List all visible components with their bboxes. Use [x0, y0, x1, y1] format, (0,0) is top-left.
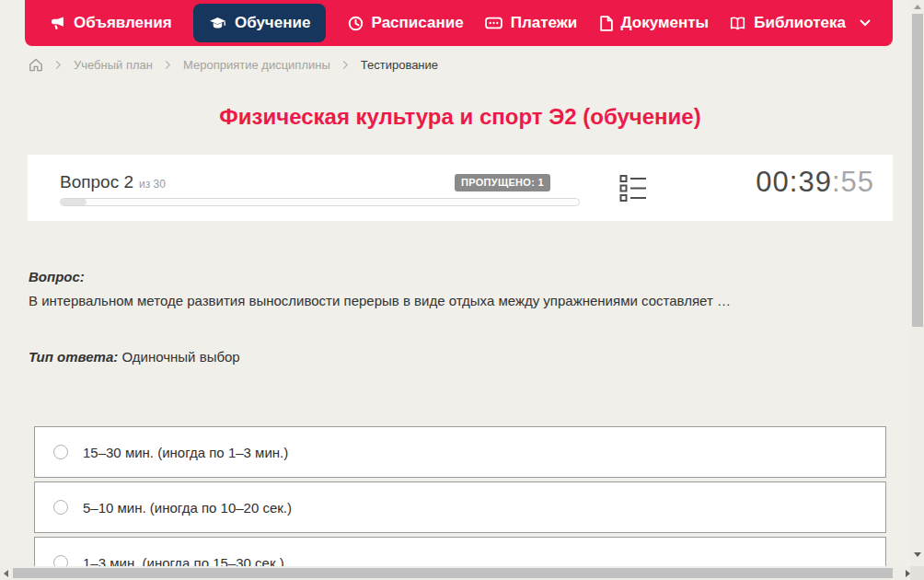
book-icon — [730, 17, 745, 30]
nav-item-announcements[interactable]: Объявления — [50, 14, 172, 32]
nav-item-schedule[interactable]: Расписание — [348, 14, 464, 32]
nav-item-label: Библиотека — [754, 14, 846, 32]
question-list-icon[interactable] — [619, 174, 647, 203]
home-icon[interactable] — [29, 58, 43, 72]
chevron-down-icon — [860, 19, 871, 27]
answer-option-label: 5–10 мин. (иногда по 10–20 сек.) — [83, 500, 292, 516]
horizontal-scrollbar-thumb[interactable] — [13, 568, 893, 578]
page-title: Физическая культура и спорт Э2 (обучение… — [0, 104, 920, 130]
graduation-cap-icon — [209, 17, 226, 30]
vertical-scrollbar-thumb[interactable] — [912, 14, 923, 327]
megaphone-icon — [50, 16, 65, 31]
breadcrumb-link-discipline-event[interactable]: Мероприятие дисциплины — [183, 58, 330, 72]
nav-item-label: Объявления — [74, 14, 172, 32]
radio-button[interactable] — [53, 500, 68, 515]
scroll-up-arrow-icon[interactable] — [914, 5, 921, 9]
answer-option-1[interactable]: 15–30 мин. (иногда по 1–3 мин.) — [34, 426, 886, 478]
answer-type-value: Одиночный выбор — [121, 349, 239, 365]
chevron-right-icon — [165, 60, 171, 70]
timer-hours-minutes: 00:39 — [756, 166, 832, 198]
scroll-down-arrow-icon[interactable] — [914, 552, 921, 557]
timer: 00:39:55 — [756, 166, 874, 199]
banknote-icon — [485, 17, 502, 29]
breadcrumb-link-study-plan[interactable]: Учебный план — [74, 58, 153, 72]
vertical-scrollbar[interactable] — [910, 0, 924, 566]
top-navbar: Объявления Обучение Расписание Платежи Д… — [25, 0, 893, 46]
clock-icon — [348, 16, 364, 31]
nav-item-label: Платежи — [511, 14, 578, 32]
nav-item-label: Документы — [621, 14, 710, 32]
question-number-label: Вопрос 2 — [60, 172, 133, 191]
chevron-right-icon — [55, 60, 62, 70]
nav-item-payments[interactable]: Платежи — [485, 14, 578, 32]
horizontal-scrollbar[interactable] — [0, 566, 914, 580]
scrollbar-corner — [910, 566, 924, 580]
breadcrumb-current-testing: Тестирование — [361, 58, 438, 72]
progress-bar — [60, 198, 580, 206]
nav-item-label: Расписание — [372, 14, 464, 32]
document-icon — [599, 16, 613, 31]
nav-item-education[interactable]: Обучение — [193, 4, 326, 42]
breadcrumb: Учебный план Мероприятие дисциплины Тест… — [29, 58, 438, 72]
answer-options: 15–30 мин. (иногда по 1–3 мин.) 5–10 мин… — [34, 426, 886, 580]
question-total-label: из 30 — [139, 178, 166, 191]
answer-type: Тип ответа: Одиночный выбор — [29, 349, 240, 365]
skipped-badge: ПРОПУЩЕНО: 1 — [455, 174, 550, 191]
chevron-right-icon — [342, 60, 349, 70]
question-header-card: Вопрос 2из 30 ПРОПУЩЕНО: 1 00:39:55 — [28, 155, 893, 221]
radio-button[interactable] — [53, 445, 68, 459]
question-label: Вопрос: — [29, 269, 85, 284]
nav-item-documents[interactable]: Документы — [599, 14, 710, 32]
nav-item-label: Обучение — [235, 14, 310, 32]
question-text: В интервальном методе развития выносливо… — [29, 293, 857, 308]
scroll-left-arrow-icon[interactable] — [4, 570, 8, 577]
timer-seconds: :55 — [832, 166, 874, 198]
question-number: Вопрос 2из 30 — [60, 172, 166, 192]
answer-option-2[interactable]: 5–10 мин. (иногда по 10–20 сек.) — [34, 481, 886, 533]
nav-item-library[interactable]: Библиотека — [730, 14, 871, 32]
answer-option-label: 15–30 мин. (иногда по 1–3 мин.) — [83, 445, 288, 460]
answer-type-label: Тип ответа: — [29, 349, 118, 365]
progress-fill — [61, 199, 87, 205]
